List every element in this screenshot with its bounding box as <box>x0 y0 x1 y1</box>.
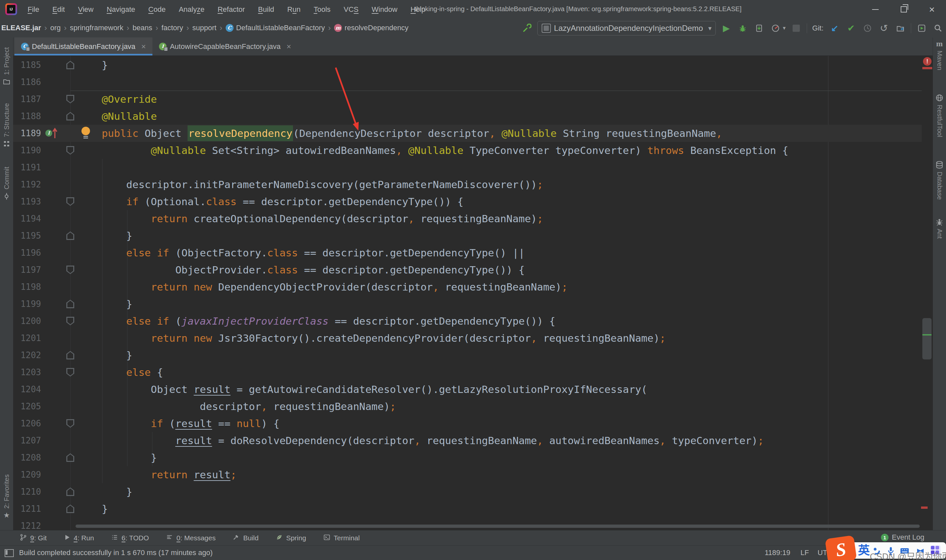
fold-marker-icon[interactable] <box>66 231 74 240</box>
fold-marker-icon[interactable] <box>66 146 74 155</box>
code-text[interactable]: result = doResolveDependency(descriptor,… <box>77 432 764 449</box>
code-text[interactable]: } <box>77 347 133 364</box>
fold-marker-icon[interactable] <box>66 112 74 120</box>
breadcrumb-item-resolvedependency[interactable]: mresolveDependency <box>334 24 408 32</box>
update-project-button[interactable]: ↙ <box>829 22 841 34</box>
code-text[interactable]: else if (ObjectFactory.class == descript… <box>77 244 525 261</box>
tool-button-messages[interactable]: 0: Messages <box>166 534 216 543</box>
debug-button[interactable] <box>737 22 749 34</box>
restore-button[interactable] <box>889 0 918 19</box>
compare-button[interactable] <box>894 22 906 34</box>
run-with-coverage-button[interactable] <box>753 22 765 34</box>
menu-item-file[interactable]: File <box>21 0 46 19</box>
tool-button-commit[interactable]: Commit <box>0 167 13 200</box>
code-text[interactable]: @Nullable Set<String> autowiredBeanNames… <box>77 142 788 159</box>
menu-item-refactor[interactable]: Refactor <box>211 0 251 19</box>
tool-button-terminal[interactable]: Terminal <box>323 534 360 543</box>
stop-button[interactable] <box>790 22 802 34</box>
ime-mode-toggle[interactable]: 英 <box>858 544 870 557</box>
breadcrumb-item-springframework[interactable]: springframework <box>70 24 123 32</box>
code-text[interactable]: } <box>77 449 157 466</box>
fold-marker-icon[interactable] <box>66 197 74 206</box>
code-text[interactable]: Object result = getAutowireCandidateReso… <box>77 381 647 398</box>
code-text[interactable]: } <box>77 57 108 74</box>
close-tab-icon[interactable]: × <box>141 42 146 51</box>
file-errors-indicator[interactable]: ! <box>923 57 932 66</box>
fold-marker-icon[interactable] <box>66 419 74 428</box>
fold-marker-icon[interactable] <box>66 488 74 496</box>
tool-button-build[interactable]: Build <box>233 534 259 543</box>
tool-button-git[interactable]: 9: Git <box>20 534 47 543</box>
tool-button-ant[interactable]: Ant <box>933 218 946 238</box>
breadcrumb-item-support[interactable]: support <box>192 24 216 32</box>
code-text[interactable]: return result; <box>77 466 236 483</box>
error-stripe-mark[interactable] <box>921 506 928 509</box>
mic-icon[interactable] <box>886 546 896 556</box>
search-everywhere-icon[interactable] <box>932 22 944 34</box>
code-text[interactable]: @Override <box>77 91 157 108</box>
tool-window-togg​le-icon[interactable] <box>5 549 14 557</box>
tool-button-spring[interactable]: Spring <box>276 534 306 543</box>
code-text[interactable]: public Object resolveDependency(Dependen… <box>77 125 722 142</box>
menu-item-view[interactable]: View <box>71 0 100 19</box>
profiler-button[interactable] <box>770 22 781 34</box>
horizontal-scrollbar[interactable] <box>75 525 920 528</box>
menu-item-vcs[interactable]: VCS <box>337 0 365 19</box>
fold-marker-icon[interactable] <box>66 453 74 462</box>
run-config-select[interactable]: LazyAnnotationDependencyInjectionDemo ▾ <box>538 21 716 35</box>
code-text[interactable]: ObjectProvider.class == descriptor.getDe… <box>77 261 525 278</box>
code-text[interactable]: } <box>77 483 133 500</box>
fold-marker-icon[interactable] <box>66 300 74 308</box>
menu-item-tools[interactable]: Tools <box>307 0 337 19</box>
skin-icon[interactable] <box>915 546 926 556</box>
toolbox-icon[interactable] <box>930 546 941 556</box>
fold-marker-icon[interactable] <box>66 505 74 513</box>
menu-item-build[interactable]: Build <box>252 0 281 19</box>
fold-marker-icon[interactable] <box>66 266 74 274</box>
tool-button-7-structure[interactable]: 7: Structure <box>0 103 13 148</box>
menu-item-window[interactable]: Window <box>365 0 404 19</box>
commit-button[interactable]: ✔ <box>845 22 857 34</box>
menu-item-analyze[interactable]: Analyze <box>172 0 211 19</box>
breadcrumb-item-elease-jar[interactable]: ELEASE.jar <box>1 24 41 32</box>
sogou-logo-icon[interactable]: S <box>825 535 857 560</box>
code-text[interactable]: descriptor, requestingBeanName); <box>77 398 396 415</box>
tool-button-run[interactable]: 4: Run <box>64 534 94 542</box>
breadcrumb-item-org[interactable]: org <box>50 24 61 32</box>
emoji-icon[interactable] <box>871 546 881 556</box>
error-stripe-mark[interactable] <box>922 67 932 69</box>
code-text[interactable]: } <box>77 227 133 244</box>
tool-button-todo[interactable]: 6: TODO <box>111 534 149 543</box>
code-text[interactable]: if (result == null) { <box>77 415 279 432</box>
menu-item-code[interactable]: Code <box>142 0 173 19</box>
fold-marker-icon[interactable] <box>66 351 74 360</box>
tool-button-1-project[interactable]: 1: Project <box>0 47 13 86</box>
menu-item-edit[interactable]: Edit <box>46 0 71 19</box>
minimize-button[interactable] <box>861 0 889 19</box>
run-anything-button[interactable] <box>916 22 928 34</box>
code-text[interactable]: descriptor.initParameterNameDiscovery(ge… <box>77 176 543 193</box>
implements-marker-icon[interactable]: I <box>45 130 52 137</box>
tool-button-2-favorites[interactable]: 2: Favorites★ <box>0 474 13 520</box>
tab-autowirecapablebeanfactory-java[interactable]: IAutowireCapableBeanFactory.java× <box>153 37 297 55</box>
close-tab-icon[interactable]: × <box>287 42 291 51</box>
fold-marker-icon[interactable] <box>66 61 74 69</box>
run-button[interactable]: ▶ <box>720 22 732 34</box>
fold-marker-icon[interactable] <box>66 317 74 325</box>
fold-marker-icon[interactable] <box>66 95 74 103</box>
code-text[interactable]: else if (javaxInjectProviderClass == des… <box>77 312 555 329</box>
tool-button-maven[interactable]: mMaven <box>933 39 946 70</box>
menu-item-run[interactable]: Run <box>281 0 307 19</box>
fold-marker-icon[interactable] <box>66 368 74 377</box>
profiler-chevron-icon[interactable]: ▾ <box>783 25 786 32</box>
code-text[interactable]: return new DependencyObjectProvider(desc… <box>77 278 568 295</box>
code-text[interactable]: @Nullable <box>77 108 157 125</box>
caret-position[interactable]: 1189:19 <box>765 549 790 557</box>
line-separator[interactable]: LF <box>801 549 809 557</box>
tool-button-database[interactable]: Database <box>933 160 946 200</box>
wrench-icon[interactable] <box>521 22 533 34</box>
code-text[interactable]: return createOptionalDependency(descript… <box>77 210 543 227</box>
tool-button-restfultool[interactable]: RestfulTool <box>933 94 946 137</box>
code-text[interactable]: else { <box>77 364 163 381</box>
close-button[interactable]: × <box>918 0 946 19</box>
